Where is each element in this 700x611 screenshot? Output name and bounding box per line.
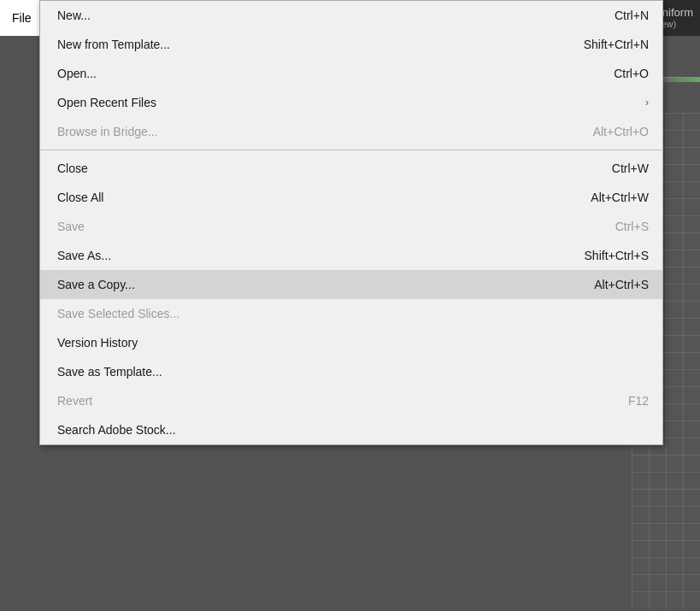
- menu-item-save-slices: Save Selected Slices...: [40, 299, 662, 328]
- menu-item-browse-bridge: Browse in Bridge... Alt+Ctrl+O: [40, 117, 662, 146]
- menu-item-browse-bridge-shortcut: Alt+Ctrl+O: [593, 125, 649, 138]
- menu-item-save-copy[interactable]: Save a Copy... Alt+Ctrl+S: [40, 270, 662, 299]
- menu-item-save-copy-shortcut: Alt+Ctrl+S: [594, 278, 649, 291]
- menu-item-revert-shortcut: F12: [628, 394, 649, 408]
- menu-item-save-template-label: Save as Template...: [57, 365, 162, 379]
- menu-item-save-slices-label: Save Selected Slices...: [57, 307, 179, 320]
- menu-item-close-all[interactable]: Close All Alt+Ctrl+W: [40, 183, 662, 212]
- menu-item-version-history-label: Version History: [57, 336, 138, 350]
- menu-item-new[interactable]: New... Ctrl+N: [40, 1, 662, 30]
- menu-item-close-all-label: Close All: [57, 191, 103, 204]
- menu-item-open-recent-label: Open Recent Files: [57, 96, 156, 109]
- menu-item-new-label: New...: [57, 9, 91, 22]
- menu-item-revert-label: Revert: [57, 394, 92, 408]
- menu-item-revert: Revert F12: [40, 386, 662, 415]
- file-dropdown-menu: New... Ctrl+N New from Template... Shift…: [39, 0, 663, 445]
- menu-item-browse-bridge-label: Browse in Bridge...: [57, 125, 158, 138]
- menu-item-new-from-template[interactable]: New from Template... Shift+Ctrl+N: [40, 30, 662, 59]
- menu-item-open-shortcut: Ctrl+O: [614, 67, 649, 80]
- menu-item-close-label: Close: [57, 162, 88, 175]
- menu-item-new-shortcut: Ctrl+N: [615, 9, 649, 22]
- menu-item-new-from-template-label: New from Template...: [57, 38, 170, 51]
- menu-item-save-label: Save: [57, 220, 85, 233]
- menu-item-open[interactable]: Open... Ctrl+O: [40, 59, 662, 88]
- menu-item-close-all-shortcut: Alt+Ctrl+W: [591, 191, 649, 204]
- menu-item-save-template[interactable]: Save as Template...: [40, 357, 662, 386]
- menu-item-new-from-template-shortcut: Shift+Ctrl+N: [584, 38, 649, 51]
- menu-item-save-as-shortcut: Shift+Ctrl+S: [585, 249, 649, 262]
- menu-item-open-label: Open...: [57, 67, 97, 80]
- separator-1: [40, 150, 662, 150]
- menu-file[interactable]: File: [0, 0, 44, 36]
- menu-item-save-copy-label: Save a Copy...: [57, 278, 135, 291]
- menu-item-close-shortcut: Ctrl+W: [612, 162, 649, 175]
- menu-item-search-adobe-stock-label: Search Adobe Stock...: [57, 423, 176, 437]
- menu-item-version-history[interactable]: Version History: [40, 328, 662, 357]
- chevron-right-icon: ›: [645, 97, 649, 109]
- menu-item-save: Save Ctrl+S: [40, 212, 662, 241]
- menu-item-save-as[interactable]: Save As... Shift+Ctrl+S: [40, 241, 662, 270]
- menu-file-label: File: [12, 11, 32, 25]
- menu-item-close[interactable]: Close Ctrl+W: [40, 154, 662, 183]
- menu-item-search-adobe-stock[interactable]: Search Adobe Stock...: [40, 415, 662, 444]
- menu-item-save-as-label: Save As...: [57, 249, 111, 262]
- menu-item-open-recent[interactable]: Open Recent Files ›: [40, 88, 662, 117]
- menu-item-save-shortcut: Ctrl+S: [615, 220, 649, 233]
